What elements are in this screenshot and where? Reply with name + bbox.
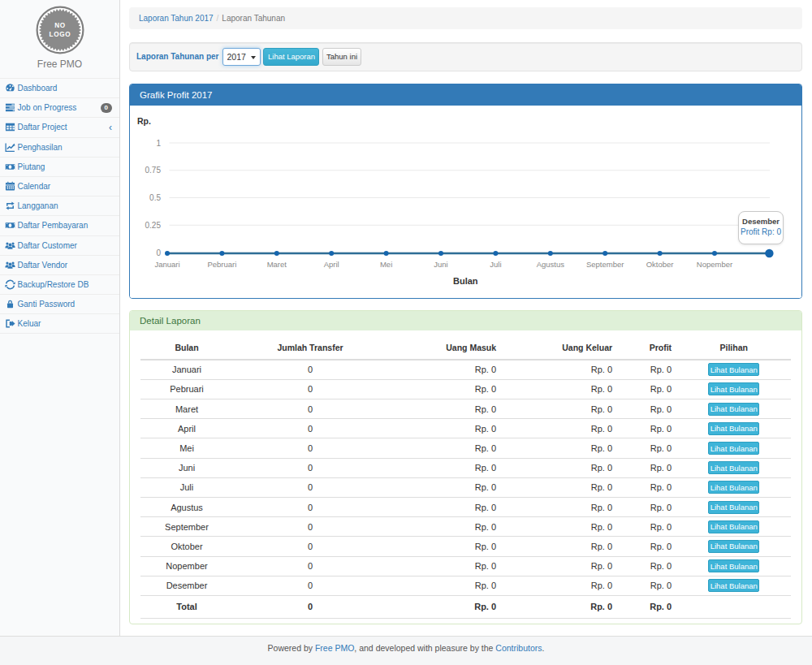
svg-text:NO: NO [54,22,66,29]
svg-text:LOGO: LOGO [49,31,71,38]
